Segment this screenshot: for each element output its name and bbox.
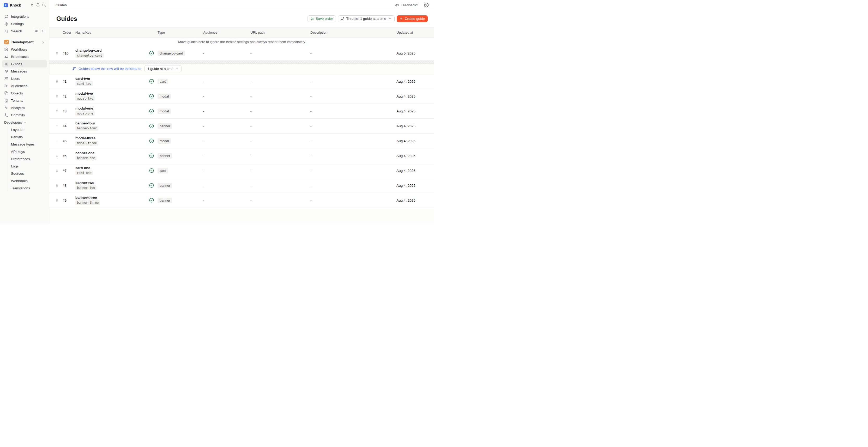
sidebar-item-api-keys[interactable]: API keys (9, 148, 47, 155)
page-actions: Save order Throttle: 1 guide at a time C… (308, 15, 428, 22)
drag-handle[interactable] (56, 94, 63, 98)
row-name-key: modal-three modal-three (75, 136, 149, 146)
sidebar-item-integrations[interactable]: Integrations (2, 13, 47, 20)
sidebar-item-tenants[interactable]: Tenants (2, 97, 47, 104)
row-order: #9 (63, 198, 75, 202)
developers-section-toggle[interactable]: Developers (2, 119, 47, 126)
table-row[interactable]: #4 banner-four banner-four banner - - - … (49, 119, 434, 133)
guide-name: banner-four (75, 121, 95, 125)
sidebar-item-messages[interactable]: Messages (2, 68, 47, 75)
drag-handle[interactable] (56, 52, 63, 55)
sidebar-item-settings[interactable]: Settings (2, 20, 47, 27)
sidebar-item-preferences[interactable]: Preferences (9, 155, 47, 162)
row-order: #3 (63, 109, 75, 113)
sidebar-item-partials[interactable]: Partials (9, 133, 47, 140)
environment-switcher[interactable]: Development (2, 38, 47, 45)
status-active-check-icon (149, 79, 158, 84)
sidebar-item-translations[interactable]: Translations (9, 184, 47, 192)
sidebar-item-broadcasts[interactable]: Broadcasts (2, 53, 47, 60)
table-row[interactable]: #10 changelog-card changelog-card change… (49, 46, 434, 61)
feedback-button[interactable]: Feedback? (395, 3, 418, 7)
drag-handle[interactable] (56, 198, 63, 202)
sidebar-item-search[interactable]: Search ⌘ K (2, 27, 47, 35)
chevron-down-icon (176, 67, 179, 70)
table-row[interactable]: #5 modal-three modal-three modal - - - A… (49, 133, 434, 149)
commit-icon (4, 113, 8, 117)
guide-key-badge: modal-two (75, 96, 95, 101)
guide-key-badge: banner-two (75, 185, 96, 190)
drag-handle[interactable] (56, 169, 63, 173)
drag-handle[interactable] (56, 139, 63, 143)
search-icon[interactable] (42, 3, 46, 7)
chevrons-up-down-icon[interactable] (30, 3, 34, 7)
chevron-down-icon (389, 17, 392, 20)
drag-handle[interactable] (56, 154, 63, 158)
status-active-check-icon (149, 138, 158, 143)
table-row[interactable]: #8 banner-two banner-two banner - - - Au… (49, 178, 434, 193)
drag-handle[interactable] (56, 124, 63, 128)
sidebar-item-users[interactable]: Users (2, 75, 47, 82)
row-name-key: banner-one banner-one (75, 151, 149, 160)
sidebar-item-commits[interactable]: Commits (2, 111, 47, 119)
drag-handle[interactable] (56, 184, 63, 188)
throttle-dropdown-button[interactable]: Throttle: 1 guide at a time (338, 15, 395, 22)
kbd-cmd: ⌘ (34, 29, 39, 33)
row-type: modal (158, 138, 203, 144)
create-guide-button[interactable]: Create guide (397, 15, 428, 22)
sidebar-item-logs[interactable]: Logs (9, 162, 47, 170)
table-row[interactable]: #1 card-two card-two card - - - Aug 4, 2… (49, 74, 434, 89)
row-audience: - (203, 79, 250, 84)
sidebar-item-sources[interactable]: Sources (9, 170, 47, 177)
users-icon (4, 77, 8, 81)
row-audience: - (203, 169, 250, 173)
guide-name: banner-one (75, 151, 95, 155)
drag-handle[interactable] (56, 109, 63, 113)
empty-area (49, 208, 434, 224)
guide-key-badge: banner-four (75, 126, 98, 131)
table-row[interactable]: #9 banner-three banner-three banner - - … (49, 193, 434, 208)
table-row[interactable]: #6 banner-one banner-one banner - - - Au… (49, 149, 434, 163)
status-active-check-icon (149, 153, 158, 158)
row-url-path: - (250, 109, 310, 113)
table-row[interactable]: #3 modal-one modal-one modal - - - Aug 4… (49, 104, 434, 119)
gear-icon (4, 22, 8, 26)
type-badge: card (158, 168, 168, 173)
status-active-check-icon (149, 123, 158, 129)
row-audience: - (203, 184, 250, 188)
sidebar-item-guides[interactable]: Guides (2, 60, 47, 68)
guide-name: modal-two (75, 92, 93, 95)
workspace-name: Knock (10, 3, 21, 7)
type-badge: changelog-card (158, 51, 185, 56)
row-url-path: - (250, 94, 310, 98)
table-row[interactable]: #7 card-one card-one card - - - Aug 4, 2… (49, 163, 434, 178)
sidebar-item-webhooks[interactable]: Webhooks (9, 177, 47, 184)
row-updated-at: Aug 4, 2025 (397, 154, 434, 158)
sidebar-item-message-types[interactable]: Message types (9, 140, 47, 148)
bell-icon[interactable] (36, 3, 40, 7)
status-active-check-icon (149, 183, 158, 188)
row-order: #10 (63, 52, 75, 55)
type-badge: banner (158, 153, 172, 159)
column-header-audience: Audience (203, 31, 250, 34)
sidebar-item-analytics[interactable]: Analytics (2, 104, 47, 111)
sidebar-item-workflows[interactable]: Workflows (2, 45, 47, 53)
sort-desc-icon (341, 17, 345, 21)
drag-handle[interactable] (56, 79, 63, 84)
sidebar-item-layouts[interactable]: Layouts (9, 126, 47, 133)
throttle-divider-label: Guides below this row will be throttled … (79, 67, 142, 71)
throttle-value-select[interactable]: 1 guide at a time (145, 65, 182, 72)
sidebar-item-label: Preferences (11, 157, 30, 161)
column-header-type: Type (158, 31, 203, 34)
table-row[interactable]: #2 modal-two modal-two modal - - - Aug 4… (49, 89, 434, 104)
topbar: Guides Feedback? (49, 0, 434, 10)
megaphone-icon (4, 55, 8, 59)
sidebar-item-audiences[interactable]: Audiences (2, 82, 47, 90)
row-url-path: - (250, 52, 310, 55)
workspace-switcher[interactable]: k Knock (0, 0, 49, 10)
environment-label: Development (11, 40, 34, 44)
sidebar-item-objects[interactable]: Objects (2, 90, 47, 97)
status-active-check-icon (149, 168, 158, 173)
save-order-button[interactable]: Save order (308, 15, 336, 22)
account-menu-button[interactable] (424, 3, 429, 7)
guide-key-badge: modal-one (75, 111, 95, 116)
